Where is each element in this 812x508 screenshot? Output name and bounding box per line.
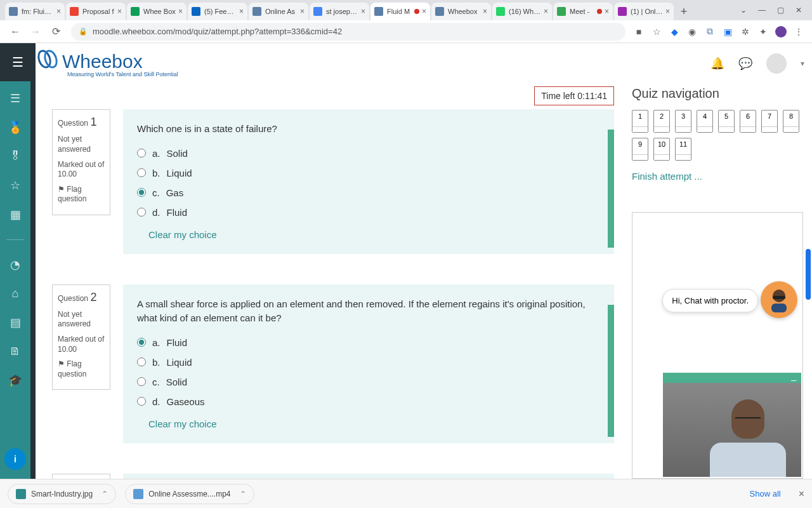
quiz-nav-item[interactable]: 6 [740, 110, 756, 133]
user-menu-caret[interactable]: ▾ [801, 59, 804, 68]
star-icon[interactable]: ☆ [651, 26, 662, 37]
badge-icon[interactable]: 🏅 [8, 121, 22, 135]
star-icon[interactable]: ☆ [10, 178, 20, 192]
browser-tab-active[interactable]: Fluid M× [370, 3, 430, 20]
grad-icon[interactable]: 🎓 [8, 373, 22, 387]
close-icon[interactable]: × [361, 7, 365, 16]
chevron-down-icon[interactable]: ⌄ [740, 6, 747, 15]
recording-icon [414, 9, 419, 14]
show-all-link[interactable]: Show all [750, 489, 781, 498]
accessibility-button[interactable]: i [4, 448, 26, 470]
close-window-icon[interactable]: ✕ [796, 6, 802, 15]
book-icon[interactable]: ▦ [10, 208, 21, 222]
close-icon[interactable]: × [178, 7, 183, 16]
extension-icons: ■ ☆ ◆ ◉ ⧉ ▣ ✲ ✦ ⋮ [631, 26, 807, 37]
close-icon[interactable]: × [117, 7, 122, 16]
browser-tab[interactable]: (5) Feed | L× [188, 3, 247, 20]
quiz-nav-item[interactable]: 9 [632, 138, 648, 161]
flag-link[interactable]: ⚑ Flag question [58, 359, 105, 379]
file-icon[interactable]: 🗎 [10, 345, 21, 358]
badge2-icon[interactable]: 🎖 [10, 150, 21, 163]
browser-tab[interactable]: st joseph c× [310, 3, 369, 20]
reload-button[interactable]: ⟳ [48, 24, 63, 39]
ext-icon[interactable]: ⧉ [704, 26, 716, 37]
close-icon[interactable]: × [665, 7, 670, 16]
bell-icon[interactable]: 🔔 [710, 57, 724, 70]
answer-option[interactable]: d.Fluid [137, 207, 600, 218]
close-icon[interactable]: × [483, 7, 487, 16]
close-shelf-button[interactable]: × [799, 488, 804, 500]
webcam-header[interactable]: _ [663, 373, 801, 383]
quiz-nav-item[interactable]: 2 [653, 110, 670, 133]
answer-option[interactable]: c.Gas [137, 187, 600, 198]
answer-option[interactable]: a.Solid [137, 148, 600, 159]
maximize-icon[interactable]: ▢ [777, 6, 784, 15]
close-icon[interactable]: × [56, 7, 61, 16]
new-tab-button[interactable]: + [675, 3, 693, 20]
profile-avatar[interactable] [775, 26, 787, 37]
logo[interactable]: Wheebox Measuring World's Talent and Ski… [38, 50, 178, 77]
chevron-up-icon[interactable]: ⌃ [102, 490, 108, 498]
side-nav-rail: ☰ 🏅 🎖 ☆ ▦ ◔ ⌂ ▤ 🗎 🎓 i [0, 81, 30, 479]
close-icon[interactable]: × [300, 7, 304, 16]
quiz-nav-title: Quiz navigation [632, 86, 803, 101]
quiz-nav-item[interactable]: 11 [675, 138, 691, 161]
download-item[interactable]: Online Assessme....mp4⌃ [125, 484, 254, 504]
camera-icon[interactable]: ■ [633, 26, 645, 37]
finish-attempt-link[interactable]: Finish attempt ... [632, 171, 803, 182]
proctor-avatar-icon[interactable] [761, 281, 797, 318]
chevron-up-icon[interactable]: ⌃ [240, 490, 246, 498]
file-icon [16, 489, 26, 499]
scrollbar[interactable] [806, 249, 811, 300]
calendar-icon[interactable]: ▤ [10, 316, 21, 330]
quiz-nav-item[interactable]: 4 [697, 110, 713, 133]
browser-tab[interactable]: Meet - × [553, 3, 613, 20]
browser-tab[interactable]: Wheebox× [431, 3, 491, 20]
url-text: moodle.wheebox.com/mod/quiz/attempt.php?… [93, 27, 342, 36]
answer-option[interactable]: b.Liquid [137, 357, 600, 368]
browser-tab[interactable]: (1) | Online× [614, 3, 674, 20]
menu-icon[interactable]: ⋮ [793, 26, 804, 37]
quiz-nav-item[interactable]: 1 [632, 110, 648, 133]
answer-option[interactable]: c.Solid [137, 377, 600, 387]
close-icon[interactable]: × [544, 7, 548, 16]
browser-tab[interactable]: fm: Fluid M× [5, 3, 65, 20]
question-text: Which one is in a state of failure? [137, 122, 600, 137]
user-avatar[interactable] [766, 53, 787, 74]
close-icon[interactable]: × [605, 7, 609, 16]
answer-option[interactable]: a.Fluid [137, 337, 600, 348]
home-icon[interactable]: ⌂ [12, 287, 19, 300]
browser-tab[interactable]: Whee Box× [127, 3, 187, 20]
gauge-icon[interactable]: ◔ [10, 258, 20, 272]
answer-option[interactable]: b.Liquid [137, 168, 600, 178]
download-item[interactable]: Smart-Industry.jpg⌃ [8, 484, 116, 504]
flag-link[interactable]: ⚑ Flag question [58, 185, 105, 204]
quiz-nav-item[interactable]: 5 [718, 110, 735, 133]
address-bar[interactable]: 🔒 moodle.wheebox.com/mod/quiz/attempt.ph… [71, 23, 625, 41]
quiz-nav-item[interactable]: 8 [783, 110, 799, 133]
downloads-shelf: Smart-Industry.jpg⌃ Online Assessme....m… [0, 479, 812, 508]
browser-tab[interactable]: Online As× [249, 3, 308, 20]
browser-tab[interactable]: (16) Whats× [492, 3, 552, 20]
hamburger-button[interactable]: ☰ [0, 43, 36, 81]
close-icon[interactable]: × [422, 7, 426, 16]
chat-bubble[interactable]: Hi, Chat with proctor. [662, 289, 758, 312]
quiz-nav-item[interactable]: 3 [675, 110, 691, 133]
ext-icon[interactable]: ◉ [686, 26, 698, 37]
back-button[interactable]: ← [8, 24, 23, 39]
quiz-nav-item[interactable]: 7 [761, 110, 778, 133]
browser-tab[interactable]: Proposal f× [66, 3, 126, 20]
ext-icon[interactable]: ✲ [740, 26, 751, 37]
puzzle-icon[interactable]: ✦ [757, 26, 769, 37]
quiz-nav-item[interactable]: 10 [653, 138, 670, 161]
minimize-icon[interactable]: ― [758, 6, 766, 15]
forward-button[interactable]: → [28, 24, 43, 39]
ext-icon[interactable]: ▣ [722, 26, 733, 37]
answer-option[interactable]: d.Gaseous [137, 396, 600, 407]
ext-icon[interactable]: ◆ [669, 26, 680, 37]
clear-choice-link[interactable]: Clear my choice [137, 229, 600, 240]
clear-choice-link[interactable]: Clear my choice [137, 418, 600, 429]
close-icon[interactable]: × [239, 7, 244, 16]
chat-icon[interactable]: 💬 [738, 57, 752, 70]
list-icon[interactable]: ☰ [10, 91, 20, 105]
